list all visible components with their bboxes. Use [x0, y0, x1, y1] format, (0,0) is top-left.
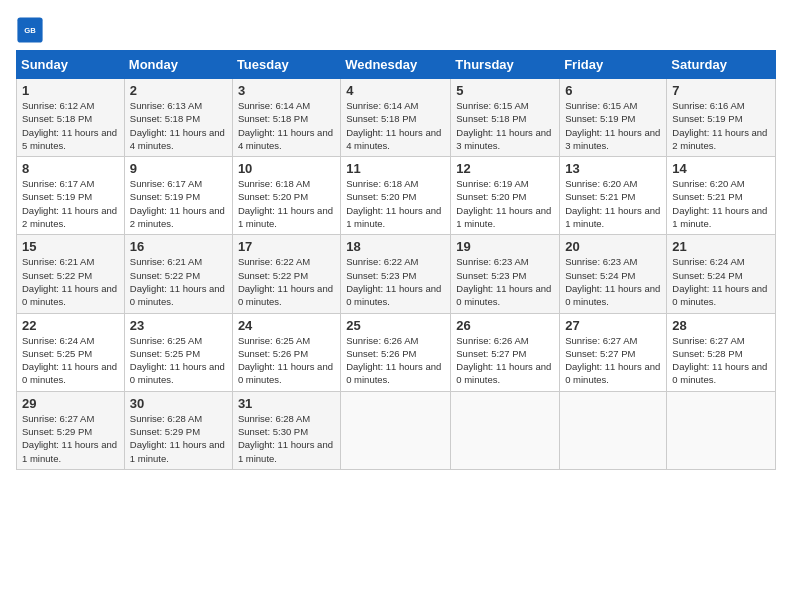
- calendar-cell: 28Sunrise: 6:27 AMSunset: 5:28 PMDayligh…: [667, 313, 776, 391]
- day-info: Sunrise: 6:17 AMSunset: 5:19 PMDaylight:…: [130, 177, 227, 230]
- day-info: Sunrise: 6:14 AMSunset: 5:18 PMDaylight:…: [346, 99, 445, 152]
- day-number: 13: [565, 161, 661, 176]
- day-number: 20: [565, 239, 661, 254]
- day-info: Sunrise: 6:16 AMSunset: 5:19 PMDaylight:…: [672, 99, 770, 152]
- calendar-cell: 25Sunrise: 6:26 AMSunset: 5:26 PMDayligh…: [341, 313, 451, 391]
- day-number: 17: [238, 239, 335, 254]
- day-info: Sunrise: 6:24 AMSunset: 5:24 PMDaylight:…: [672, 255, 770, 308]
- day-number: 12: [456, 161, 554, 176]
- calendar-week-row: 15Sunrise: 6:21 AMSunset: 5:22 PMDayligh…: [17, 235, 776, 313]
- day-number: 3: [238, 83, 335, 98]
- calendar-cell: 17Sunrise: 6:22 AMSunset: 5:22 PMDayligh…: [232, 235, 340, 313]
- day-number: 28: [672, 318, 770, 333]
- calendar-cell: [667, 391, 776, 469]
- day-info: Sunrise: 6:21 AMSunset: 5:22 PMDaylight:…: [130, 255, 227, 308]
- day-info: Sunrise: 6:27 AMSunset: 5:28 PMDaylight:…: [672, 334, 770, 387]
- calendar-cell: 6Sunrise: 6:15 AMSunset: 5:19 PMDaylight…: [560, 79, 667, 157]
- page-header: GB: [16, 16, 776, 44]
- calendar-header-row: SundayMondayTuesdayWednesdayThursdayFrid…: [17, 51, 776, 79]
- day-number: 23: [130, 318, 227, 333]
- day-number: 8: [22, 161, 119, 176]
- day-info: Sunrise: 6:26 AMSunset: 5:27 PMDaylight:…: [456, 334, 554, 387]
- day-info: Sunrise: 6:14 AMSunset: 5:18 PMDaylight:…: [238, 99, 335, 152]
- calendar-cell: 10Sunrise: 6:18 AMSunset: 5:20 PMDayligh…: [232, 157, 340, 235]
- day-info: Sunrise: 6:23 AMSunset: 5:23 PMDaylight:…: [456, 255, 554, 308]
- calendar-cell: 23Sunrise: 6:25 AMSunset: 5:25 PMDayligh…: [124, 313, 232, 391]
- calendar-week-row: 22Sunrise: 6:24 AMSunset: 5:25 PMDayligh…: [17, 313, 776, 391]
- calendar-cell: 9Sunrise: 6:17 AMSunset: 5:19 PMDaylight…: [124, 157, 232, 235]
- calendar-week-row: 29Sunrise: 6:27 AMSunset: 5:29 PMDayligh…: [17, 391, 776, 469]
- calendar-cell: 30Sunrise: 6:28 AMSunset: 5:29 PMDayligh…: [124, 391, 232, 469]
- calendar-cell: 27Sunrise: 6:27 AMSunset: 5:27 PMDayligh…: [560, 313, 667, 391]
- day-info: Sunrise: 6:28 AMSunset: 5:30 PMDaylight:…: [238, 412, 335, 465]
- day-number: 2: [130, 83, 227, 98]
- day-info: Sunrise: 6:20 AMSunset: 5:21 PMDaylight:…: [672, 177, 770, 230]
- calendar-cell: 15Sunrise: 6:21 AMSunset: 5:22 PMDayligh…: [17, 235, 125, 313]
- day-number: 4: [346, 83, 445, 98]
- day-number: 31: [238, 396, 335, 411]
- calendar-cell: 26Sunrise: 6:26 AMSunset: 5:27 PMDayligh…: [451, 313, 560, 391]
- day-number: 29: [22, 396, 119, 411]
- day-number: 19: [456, 239, 554, 254]
- day-number: 27: [565, 318, 661, 333]
- day-number: 6: [565, 83, 661, 98]
- day-number: 9: [130, 161, 227, 176]
- day-info: Sunrise: 6:27 AMSunset: 5:27 PMDaylight:…: [565, 334, 661, 387]
- day-number: 11: [346, 161, 445, 176]
- calendar-header-monday: Monday: [124, 51, 232, 79]
- logo: GB: [16, 16, 48, 44]
- day-info: Sunrise: 6:24 AMSunset: 5:25 PMDaylight:…: [22, 334, 119, 387]
- day-info: Sunrise: 6:26 AMSunset: 5:26 PMDaylight:…: [346, 334, 445, 387]
- calendar-header-wednesday: Wednesday: [341, 51, 451, 79]
- calendar-header-friday: Friday: [560, 51, 667, 79]
- calendar-week-row: 1Sunrise: 6:12 AMSunset: 5:18 PMDaylight…: [17, 79, 776, 157]
- day-number: 26: [456, 318, 554, 333]
- logo-icon: GB: [16, 16, 44, 44]
- calendar-cell: 31Sunrise: 6:28 AMSunset: 5:30 PMDayligh…: [232, 391, 340, 469]
- calendar-cell: 18Sunrise: 6:22 AMSunset: 5:23 PMDayligh…: [341, 235, 451, 313]
- calendar-cell: 14Sunrise: 6:20 AMSunset: 5:21 PMDayligh…: [667, 157, 776, 235]
- day-number: 7: [672, 83, 770, 98]
- day-info: Sunrise: 6:25 AMSunset: 5:26 PMDaylight:…: [238, 334, 335, 387]
- day-info: Sunrise: 6:17 AMSunset: 5:19 PMDaylight:…: [22, 177, 119, 230]
- calendar-cell: 3Sunrise: 6:14 AMSunset: 5:18 PMDaylight…: [232, 79, 340, 157]
- day-info: Sunrise: 6:23 AMSunset: 5:24 PMDaylight:…: [565, 255, 661, 308]
- calendar-cell: 1Sunrise: 6:12 AMSunset: 5:18 PMDaylight…: [17, 79, 125, 157]
- calendar-cell: [451, 391, 560, 469]
- calendar-cell: 12Sunrise: 6:19 AMSunset: 5:20 PMDayligh…: [451, 157, 560, 235]
- day-number: 15: [22, 239, 119, 254]
- day-number: 25: [346, 318, 445, 333]
- calendar-cell: [341, 391, 451, 469]
- day-number: 22: [22, 318, 119, 333]
- calendar-cell: 5Sunrise: 6:15 AMSunset: 5:18 PMDaylight…: [451, 79, 560, 157]
- calendar-table: SundayMondayTuesdayWednesdayThursdayFrid…: [16, 50, 776, 470]
- day-number: 30: [130, 396, 227, 411]
- calendar-cell: 21Sunrise: 6:24 AMSunset: 5:24 PMDayligh…: [667, 235, 776, 313]
- day-info: Sunrise: 6:13 AMSunset: 5:18 PMDaylight:…: [130, 99, 227, 152]
- day-number: 1: [22, 83, 119, 98]
- day-info: Sunrise: 6:25 AMSunset: 5:25 PMDaylight:…: [130, 334, 227, 387]
- calendar-cell: 7Sunrise: 6:16 AMSunset: 5:19 PMDaylight…: [667, 79, 776, 157]
- day-info: Sunrise: 6:28 AMSunset: 5:29 PMDaylight:…: [130, 412, 227, 465]
- day-number: 18: [346, 239, 445, 254]
- day-info: Sunrise: 6:18 AMSunset: 5:20 PMDaylight:…: [346, 177, 445, 230]
- day-info: Sunrise: 6:18 AMSunset: 5:20 PMDaylight:…: [238, 177, 335, 230]
- calendar-cell: 13Sunrise: 6:20 AMSunset: 5:21 PMDayligh…: [560, 157, 667, 235]
- day-info: Sunrise: 6:22 AMSunset: 5:22 PMDaylight:…: [238, 255, 335, 308]
- day-info: Sunrise: 6:22 AMSunset: 5:23 PMDaylight:…: [346, 255, 445, 308]
- calendar-header-sunday: Sunday: [17, 51, 125, 79]
- day-number: 5: [456, 83, 554, 98]
- calendar-cell: 2Sunrise: 6:13 AMSunset: 5:18 PMDaylight…: [124, 79, 232, 157]
- calendar-week-row: 8Sunrise: 6:17 AMSunset: 5:19 PMDaylight…: [17, 157, 776, 235]
- calendar-cell: 11Sunrise: 6:18 AMSunset: 5:20 PMDayligh…: [341, 157, 451, 235]
- day-number: 24: [238, 318, 335, 333]
- day-info: Sunrise: 6:15 AMSunset: 5:18 PMDaylight:…: [456, 99, 554, 152]
- calendar-cell: 24Sunrise: 6:25 AMSunset: 5:26 PMDayligh…: [232, 313, 340, 391]
- day-info: Sunrise: 6:21 AMSunset: 5:22 PMDaylight:…: [22, 255, 119, 308]
- day-info: Sunrise: 6:27 AMSunset: 5:29 PMDaylight:…: [22, 412, 119, 465]
- day-number: 16: [130, 239, 227, 254]
- calendar-cell: 4Sunrise: 6:14 AMSunset: 5:18 PMDaylight…: [341, 79, 451, 157]
- calendar-cell: [560, 391, 667, 469]
- calendar-header-tuesday: Tuesday: [232, 51, 340, 79]
- calendar-cell: 20Sunrise: 6:23 AMSunset: 5:24 PMDayligh…: [560, 235, 667, 313]
